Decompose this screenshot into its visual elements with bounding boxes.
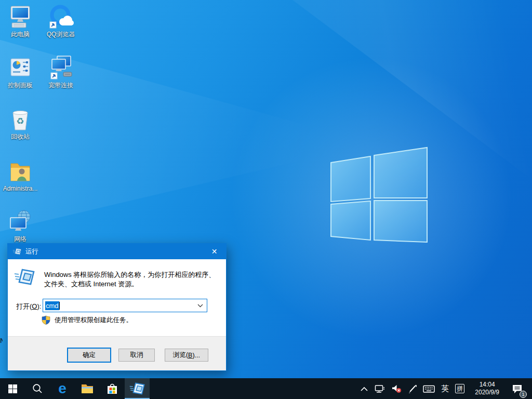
open-label: 打开(O): — [16, 302, 41, 311]
volume-muted-icon — [391, 384, 402, 393]
tray-clock[interactable]: 14:04 2020/9/9 — [471, 381, 503, 396]
pen-icon — [408, 384, 417, 393]
desktop-icon-label: Administra... — [0, 185, 41, 192]
tray-ime-mode[interactable]: 拼 — [452, 378, 468, 399]
chevron-down-icon[interactable] — [197, 304, 203, 308]
desktop-icon-label: 此电脑 — [0, 31, 41, 38]
taskbar-store-button[interactable] — [100, 378, 125, 399]
control-panel-icon — [8, 55, 33, 80]
close-icon: ✕ — [211, 247, 218, 256]
tray-show-hidden-icons[interactable] — [357, 378, 371, 399]
tray-network[interactable] — [371, 378, 388, 399]
desktop-icon-label: QQ浏览器 — [41, 31, 81, 38]
desktop-icon-control-panel[interactable]: 控制面板 — [0, 55, 41, 89]
notification-count-badge: 1 — [520, 391, 527, 398]
input-selected-text: cmd — [45, 301, 59, 310]
run-command-input[interactable]: cmd — [43, 299, 207, 312]
cancel-button[interactable]: 取消 — [118, 349, 155, 362]
browse-button[interactable]: 浏览(B)... — [165, 349, 208, 362]
taskbar-file-explorer-button[interactable] — [75, 378, 100, 399]
desktop-icon-this-pc[interactable]: 此电脑 — [0, 4, 41, 38]
ethernet-network-icon — [375, 384, 385, 393]
desktop-icon-admin-folder[interactable]: Administra... — [0, 158, 41, 192]
desktop-icon-network[interactable]: 网络 — [0, 209, 41, 243]
text-caret — [59, 302, 60, 310]
desktop-icon-qq-browser[interactable]: QQ浏览器 — [41, 3, 81, 38]
run-dialog-titlebar[interactable]: 运行 — [8, 244, 226, 259]
file-explorer-icon — [81, 382, 94, 395]
windows-start-icon — [8, 384, 17, 393]
recycle-bin-icon: ♻ — [8, 107, 33, 131]
ime-pinyin-badge: 拼 — [455, 384, 464, 393]
edge-icon: e — [58, 381, 66, 396]
description-line1: Windows 将根据你所输入的名称，为你打开相应的程序、 — [44, 270, 215, 280]
svg-text:♻: ♻ — [16, 116, 24, 126]
user-folder-icon — [8, 158, 33, 183]
start-button[interactable] — [0, 378, 25, 399]
tray-touch-keyboard[interactable] — [420, 378, 438, 399]
description-line2: 文件夹、文档或 Internet 资源。 — [44, 280, 215, 289]
run-dialog-icon — [12, 248, 22, 255]
desktop-icon-label: 回收站 — [0, 133, 41, 140]
desktop-icon-recycle-bin[interactable]: ♻ 回收站 — [0, 107, 41, 140]
tray-volume-muted[interactable] — [388, 378, 405, 399]
desktop-icon-label: 网络 — [0, 235, 41, 243]
chevron-up-icon — [360, 386, 368, 392]
admin-privileges-note: 使用管理权限创建此任务。 — [42, 315, 132, 325]
search-button[interactable] — [25, 378, 50, 399]
admin-note-text: 使用管理权限创建此任务。 — [55, 316, 132, 325]
run-dialog: 运行 ✕ Windows 将根据你所输入的名称，为你打开相应的程序、 文件夹、文… — [7, 243, 227, 371]
desktop-icon-label: 控制面板 — [0, 82, 41, 89]
obscured-desktop-icon-label: N — [0, 337, 3, 345]
tray-date: 2020/9/9 — [475, 389, 499, 396]
taskbar-run-button-active[interactable] — [125, 378, 150, 399]
taskbar-edge-button[interactable]: e — [50, 378, 75, 399]
search-icon — [32, 383, 43, 394]
tray-windows-ink[interactable] — [405, 378, 420, 399]
keyboard-icon — [423, 384, 435, 393]
ok-button[interactable]: 确定 — [67, 348, 111, 363]
run-icon — [14, 269, 35, 285]
desktop-icon-label: 宽带连接 — [41, 82, 81, 89]
network-icon — [8, 209, 33, 234]
uac-shield-icon — [42, 315, 50, 325]
run-dialog-title: 运行 — [25, 247, 38, 256]
desktop-icon-broadband[interactable]: 宽带连接 — [41, 54, 81, 89]
tray-language-indicator[interactable]: 英 — [438, 378, 452, 399]
run-icon — [129, 382, 145, 395]
broadband-connection-icon — [48, 54, 74, 80]
tray-time: 14:04 — [480, 381, 495, 389]
qq-browser-icon — [48, 3, 74, 29]
this-pc-icon — [8, 4, 33, 29]
run-dialog-description: Windows 将根据你所输入的名称，为你打开相应的程序、 文件夹、文档或 In… — [44, 270, 215, 289]
close-button[interactable]: ✕ — [203, 244, 226, 259]
system-tray: 英 拼 14:04 2020/9/9 1 — [357, 378, 532, 399]
microsoft-store-icon — [105, 382, 119, 395]
action-center-button[interactable]: 1 — [509, 378, 526, 399]
